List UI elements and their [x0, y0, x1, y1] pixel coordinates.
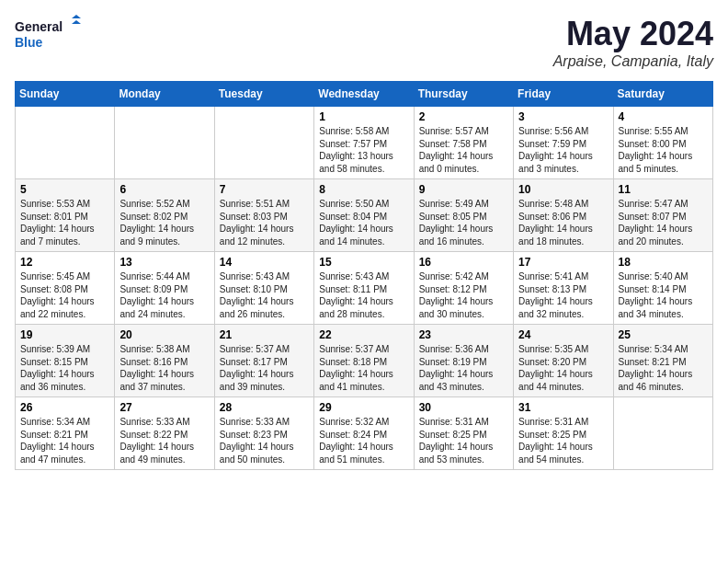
day-number: 21: [220, 328, 309, 341]
day-info: Sunrise: 5:47 AMSunset: 8:07 PMDaylight:…: [619, 198, 708, 247]
table-row: [16, 107, 115, 179]
table-row: 30Sunrise: 5:31 AMSunset: 8:25 PMDayligh…: [414, 397, 513, 470]
day-number: 11: [619, 183, 708, 196]
table-row: [613, 397, 712, 470]
header-saturday: Saturday: [613, 82, 712, 107]
header-monday: Monday: [115, 82, 214, 107]
day-number: 18: [619, 256, 708, 269]
day-info: Sunrise: 5:31 AMSunset: 8:25 PMDaylight:…: [518, 416, 608, 465]
day-number: 2: [419, 110, 508, 123]
day-info: Sunrise: 5:36 AMSunset: 8:19 PMDaylight:…: [419, 343, 508, 393]
table-row: 4Sunrise: 5:55 AMSunset: 8:00 PMDaylight…: [613, 107, 712, 179]
table-row: 15Sunrise: 5:43 AMSunset: 8:11 PMDayligh…: [314, 252, 414, 325]
table-row: 31Sunrise: 5:31 AMSunset: 8:25 PMDayligh…: [514, 397, 613, 470]
day-number: 20: [119, 328, 209, 341]
day-info: Sunrise: 5:33 AMSunset: 8:23 PMDaylight:…: [220, 416, 309, 465]
day-info: Sunrise: 5:40 AMSunset: 8:14 PMDaylight:…: [619, 270, 708, 320]
day-number: 1: [319, 110, 408, 123]
day-info: Sunrise: 5:37 AMSunset: 8:17 PMDaylight:…: [220, 343, 309, 393]
table-row: 29Sunrise: 5:32 AMSunset: 8:24 PMDayligh…: [314, 397, 414, 470]
day-number: 23: [419, 328, 508, 341]
title-area: May 2024 Arpaise, Campania, Italy: [553, 15, 713, 70]
day-info: Sunrise: 5:31 AMSunset: 8:25 PMDaylight:…: [419, 416, 508, 465]
page-header: General Blue May 2024 Arpaise, Campania,…: [15, 15, 713, 70]
day-info: Sunrise: 5:34 AMSunset: 8:21 PMDaylight:…: [619, 343, 708, 393]
day-info: Sunrise: 5:51 AMSunset: 8:03 PMDaylight:…: [220, 198, 309, 247]
day-number: 25: [619, 328, 708, 341]
svg-text:General: General: [15, 19, 63, 34]
logo-svg: General Blue: [15, 15, 88, 52]
day-info: Sunrise: 5:52 AMSunset: 8:02 PMDaylight:…: [119, 198, 209, 247]
table-row: 27Sunrise: 5:33 AMSunset: 8:22 PMDayligh…: [115, 397, 214, 470]
table-row: 23Sunrise: 5:36 AMSunset: 8:19 PMDayligh…: [414, 325, 513, 397]
day-info: Sunrise: 5:57 AMSunset: 7:58 PMDaylight:…: [419, 125, 508, 175]
table-row: 28Sunrise: 5:33 AMSunset: 8:23 PMDayligh…: [214, 397, 313, 470]
table-row: 22Sunrise: 5:37 AMSunset: 8:18 PMDayligh…: [314, 325, 414, 397]
logo: General Blue: [15, 15, 88, 52]
table-row: 21Sunrise: 5:37 AMSunset: 8:17 PMDayligh…: [214, 325, 313, 397]
calendar-week-2: 12Sunrise: 5:45 AMSunset: 8:08 PMDayligh…: [16, 252, 713, 325]
table-row: 8Sunrise: 5:50 AMSunset: 8:04 PMDaylight…: [314, 179, 414, 252]
day-info: Sunrise: 5:49 AMSunset: 8:05 PMDaylight:…: [419, 198, 508, 247]
header-friday: Friday: [514, 82, 613, 107]
table-row: 20Sunrise: 5:38 AMSunset: 8:16 PMDayligh…: [115, 325, 214, 397]
table-row: 13Sunrise: 5:44 AMSunset: 8:09 PMDayligh…: [115, 252, 214, 325]
day-number: 10: [518, 183, 608, 196]
day-info: Sunrise: 5:53 AMSunset: 8:01 PMDaylight:…: [20, 198, 109, 247]
day-info: Sunrise: 5:56 AMSunset: 7:59 PMDaylight:…: [518, 125, 608, 175]
header-thursday: Thursday: [414, 82, 513, 107]
calendar-week-1: 5Sunrise: 5:53 AMSunset: 8:01 PMDaylight…: [16, 179, 713, 252]
table-row: 25Sunrise: 5:34 AMSunset: 8:21 PMDayligh…: [613, 325, 712, 397]
day-number: 29: [319, 401, 408, 414]
day-number: 13: [119, 256, 209, 269]
table-row: 10Sunrise: 5:48 AMSunset: 8:06 PMDayligh…: [514, 179, 613, 252]
table-row: [115, 107, 214, 179]
day-number: 30: [419, 401, 508, 414]
calendar-week-0: 1Sunrise: 5:58 AMSunset: 7:57 PMDaylight…: [16, 107, 713, 179]
table-row: [214, 107, 313, 179]
table-row: 6Sunrise: 5:52 AMSunset: 8:02 PMDaylight…: [115, 179, 214, 252]
day-number: 6: [119, 183, 209, 196]
table-row: 3Sunrise: 5:56 AMSunset: 7:59 PMDaylight…: [514, 107, 613, 179]
day-number: 14: [220, 256, 309, 269]
table-row: 19Sunrise: 5:39 AMSunset: 8:15 PMDayligh…: [16, 325, 115, 397]
table-row: 7Sunrise: 5:51 AMSunset: 8:03 PMDaylight…: [214, 179, 313, 252]
day-info: Sunrise: 5:43 AMSunset: 8:10 PMDaylight:…: [220, 270, 309, 320]
table-row: 5Sunrise: 5:53 AMSunset: 8:01 PMDaylight…: [16, 179, 115, 252]
day-info: Sunrise: 5:39 AMSunset: 8:15 PMDaylight:…: [20, 343, 109, 393]
day-number: 8: [319, 183, 408, 196]
day-info: Sunrise: 5:58 AMSunset: 7:57 PMDaylight:…: [319, 125, 408, 175]
day-number: 7: [220, 183, 309, 196]
day-number: 16: [419, 256, 508, 269]
day-info: Sunrise: 5:50 AMSunset: 8:04 PMDaylight:…: [319, 198, 408, 247]
header-tuesday: Tuesday: [214, 82, 313, 107]
day-info: Sunrise: 5:42 AMSunset: 8:12 PMDaylight:…: [419, 270, 508, 320]
day-number: 26: [20, 401, 109, 414]
month-title: May 2024: [553, 15, 713, 53]
svg-marker-2: [72, 15, 81, 18]
day-info: Sunrise: 5:43 AMSunset: 8:11 PMDaylight:…: [319, 270, 408, 320]
table-row: 9Sunrise: 5:49 AMSunset: 8:05 PMDaylight…: [414, 179, 513, 252]
day-info: Sunrise: 5:37 AMSunset: 8:18 PMDaylight:…: [319, 343, 408, 393]
day-info: Sunrise: 5:33 AMSunset: 8:22 PMDaylight:…: [119, 416, 209, 465]
day-info: Sunrise: 5:35 AMSunset: 8:20 PMDaylight:…: [518, 343, 608, 393]
day-info: Sunrise: 5:45 AMSunset: 8:08 PMDaylight:…: [20, 270, 109, 320]
day-number: 28: [220, 401, 309, 414]
day-number: 12: [20, 256, 109, 269]
day-number: 3: [518, 110, 608, 123]
day-number: 15: [319, 256, 408, 269]
day-info: Sunrise: 5:55 AMSunset: 8:00 PMDaylight:…: [619, 125, 708, 175]
day-number: 17: [518, 256, 608, 269]
calendar-header-row: Sunday Monday Tuesday Wednesday Thursday…: [16, 82, 713, 107]
day-number: 19: [20, 328, 109, 341]
table-row: 14Sunrise: 5:43 AMSunset: 8:10 PMDayligh…: [214, 252, 313, 325]
table-row: 12Sunrise: 5:45 AMSunset: 8:08 PMDayligh…: [16, 252, 115, 325]
day-info: Sunrise: 5:41 AMSunset: 8:13 PMDaylight:…: [518, 270, 608, 320]
day-info: Sunrise: 5:32 AMSunset: 8:24 PMDaylight:…: [319, 416, 408, 465]
table-row: 18Sunrise: 5:40 AMSunset: 8:14 PMDayligh…: [613, 252, 712, 325]
calendar-week-3: 19Sunrise: 5:39 AMSunset: 8:15 PMDayligh…: [16, 325, 713, 397]
day-number: 24: [518, 328, 608, 341]
table-row: 26Sunrise: 5:34 AMSunset: 8:21 PMDayligh…: [16, 397, 115, 470]
header-sunday: Sunday: [16, 82, 115, 107]
svg-marker-3: [72, 20, 81, 24]
